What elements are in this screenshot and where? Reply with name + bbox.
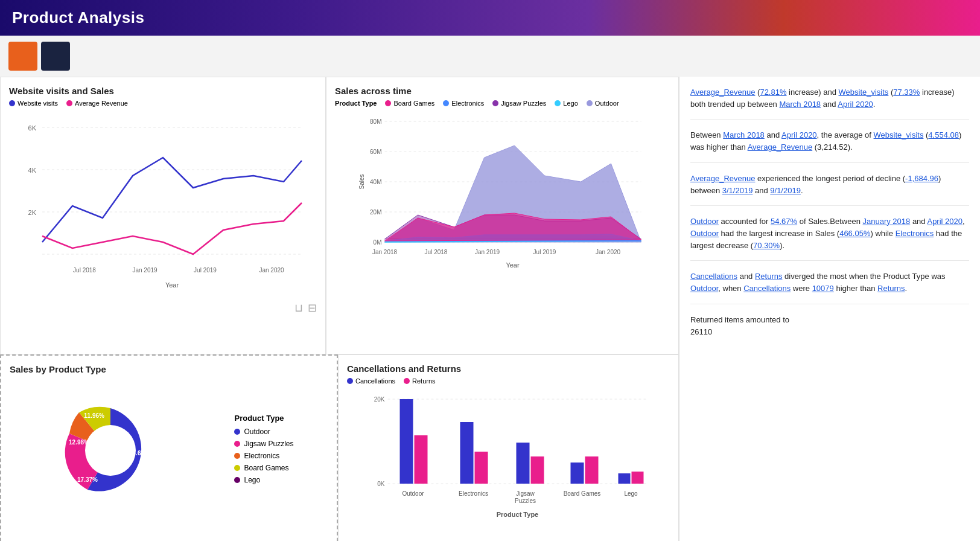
svg-text:Product Type: Product Type — [497, 511, 538, 518]
link-466pct[interactable]: 466.05% — [839, 229, 870, 238]
donut-area: 54.67% 17.37% 12.98% 11.96% Product Type… — [10, 378, 328, 523]
link-outdoor-1[interactable]: Outdoor — [690, 217, 719, 226]
svg-text:Jan 2019: Jan 2019 — [475, 249, 500, 255]
header: Product Analysis — [0, 0, 980, 36]
link-march-2018-2[interactable]: March 2018 — [723, 130, 765, 139]
link-website-visits-1[interactable]: Website_visits — [839, 88, 889, 97]
link-april-2020-3[interactable]: April 2020 — [927, 217, 962, 226]
svg-text:6K: 6K — [28, 124, 37, 132]
expand-icon[interactable]: ⊔ — [294, 301, 303, 315]
bar-outdoor-return — [415, 435, 428, 484]
svg-text:Jul 2019: Jul 2019 — [194, 267, 217, 274]
link-4554[interactable]: 4,554.08 — [928, 130, 959, 139]
svg-text:Outdoor: Outdoor — [402, 490, 424, 497]
link-electronics-1[interactable]: Electronics — [896, 229, 934, 238]
link-sept-2019[interactable]: 9/1/2019 — [770, 186, 801, 195]
donut-legend-lego: Lego — [234, 476, 293, 484]
donut-legend: Product Type Outdoor Jigsaw Puzzles Elec… — [234, 414, 293, 488]
chart-controls: ⊔ ⊟ — [9, 301, 317, 315]
svg-text:Jul 2018: Jul 2018 — [73, 267, 96, 274]
label-board-games: Board Games — [393, 100, 434, 107]
svg-text:Year: Year — [165, 281, 179, 289]
svg-text:Electronics: Electronics — [459, 490, 488, 497]
cancel-chart-container: Cancellations and Returns Cancellations … — [338, 354, 679, 541]
link-jan-2018[interactable]: January 2018 — [862, 217, 910, 226]
sales-time-title: Sales across time — [335, 86, 670, 96]
link-april-2020-1[interactable]: April 2020 — [838, 100, 873, 109]
sales-time-legend: Product Type Board Games Electronics Jig… — [335, 100, 670, 107]
left-panel: Website visits and Sales Website visits … — [0, 77, 679, 541]
dot-jigsaw — [492, 100, 498, 106]
svg-text:20K: 20K — [374, 396, 385, 403]
insight-3: Average_Revenue experienced the longest … — [690, 173, 969, 206]
link-72pct[interactable]: 72.81% — [760, 88, 786, 97]
donut-label-jigsaw: Jigsaw Puzzles — [244, 440, 293, 448]
visits-legend: Website visits Average Revenue — [9, 100, 317, 107]
link-77pct[interactable]: 77.33% — [893, 88, 920, 97]
link-cancellations-2[interactable]: Cancellations — [743, 284, 791, 293]
link-avg-revenue-2[interactable]: Average_Revenue — [748, 142, 812, 152]
dot-cancellations — [347, 378, 353, 384]
visits-chart-title: Website visits and Sales — [9, 86, 317, 96]
legend-returns: Returns — [404, 377, 436, 385]
dot-outdoor — [587, 100, 593, 106]
svg-text:Jan 2019: Jan 2019 — [132, 267, 158, 274]
bottom-row: Sales by Product Type — [0, 354, 679, 541]
logo-dark — [41, 42, 70, 71]
bar-boardgames-cancel — [571, 463, 584, 484]
sales-time-svg: 80M 60M 40M 20M 0M — [335, 109, 670, 296]
link-returns-2[interactable]: Returns — [877, 284, 905, 293]
link-outdoor-2[interactable]: Outdoor — [690, 229, 719, 238]
svg-text:Lego: Lego — [624, 490, 638, 497]
link-march-2018-1[interactable]: March 2018 — [779, 100, 821, 109]
link-avg-revenue-3[interactable]: Average_Revenue — [690, 174, 755, 183]
legend-dot-visits — [9, 100, 15, 106]
product-type-title: Sales by Product Type — [10, 364, 328, 374]
svg-text:Jan 2020: Jan 2020 — [596, 249, 621, 255]
link-54pct[interactable]: 54.67% — [771, 217, 797, 226]
svg-text:Jigsaw: Jigsaw — [516, 490, 535, 497]
svg-text:4K: 4K — [28, 167, 37, 174]
main-content: Website visits and Sales Website visits … — [0, 77, 980, 541]
top-row: Website visits and Sales Website visits … — [0, 77, 679, 354]
bar-electronics-cancel — [460, 422, 474, 484]
legend-dot-revenue — [66, 100, 72, 106]
label-cancellations: Cancellations — [355, 377, 395, 385]
legend-item-revenue: Average Revenue — [66, 100, 128, 107]
label-lego: Lego — [563, 100, 578, 107]
legend-item-visits: Website visits — [9, 100, 58, 107]
svg-text:Jul 2019: Jul 2019 — [533, 249, 556, 255]
legend-label-revenue: Average Revenue — [75, 100, 128, 107]
bar-boardgames-return — [585, 456, 599, 484]
link-website-visits-2[interactable]: Website_visits — [874, 130, 924, 139]
bar-electronics-return — [475, 452, 488, 484]
donut-svg: 54.67% 17.37% 12.98% 11.96% — [44, 384, 177, 517]
link-70pct[interactable]: 70.30% — [753, 241, 780, 250]
link-cancellations[interactable]: Cancellations — [690, 272, 737, 281]
bar-outdoor-cancel — [400, 399, 413, 484]
link-outdoor-3[interactable]: Outdoor — [690, 284, 718, 293]
svg-text:0K: 0K — [377, 481, 385, 487]
svg-text:80M: 80M — [370, 118, 381, 125]
cancel-svg: 20K 0K Outdoor Electronics Jigsaw Puz — [347, 387, 670, 532]
product-type-chart-container: Sales by Product Type — [0, 354, 338, 541]
returned-items-amount: 26110 — [690, 327, 712, 336]
label-returns: Returns — [412, 377, 436, 385]
link-avg-revenue-1[interactable]: Average_Revenue — [690, 88, 755, 97]
label-electronics: Electronics — [451, 100, 484, 107]
svg-text:60M: 60M — [370, 149, 381, 155]
pct-outdoor: 54.67% — [129, 449, 151, 456]
insight-2: Between March 2018 and April 2020, the a… — [690, 129, 969, 162]
link-10079[interactable]: 10079 — [812, 284, 834, 293]
link-march-2019[interactable]: 3/1/2019 — [722, 186, 753, 195]
legend-lego: Lego — [555, 100, 578, 107]
resize-icon[interactable]: ⊟ — [308, 301, 317, 315]
cancel-legend: Cancellations Returns — [347, 377, 670, 385]
link-returns[interactable]: Returns — [755, 272, 783, 281]
legend-electronics: Electronics — [443, 100, 484, 107]
dot-electronics — [443, 100, 449, 106]
link-neg-1684[interactable]: -1,684.96 — [905, 174, 938, 183]
link-april-2020-2[interactable]: April 2020 — [781, 130, 817, 139]
svg-text:Jan 2018: Jan 2018 — [372, 249, 398, 255]
svg-text:20M: 20M — [370, 209, 381, 216]
